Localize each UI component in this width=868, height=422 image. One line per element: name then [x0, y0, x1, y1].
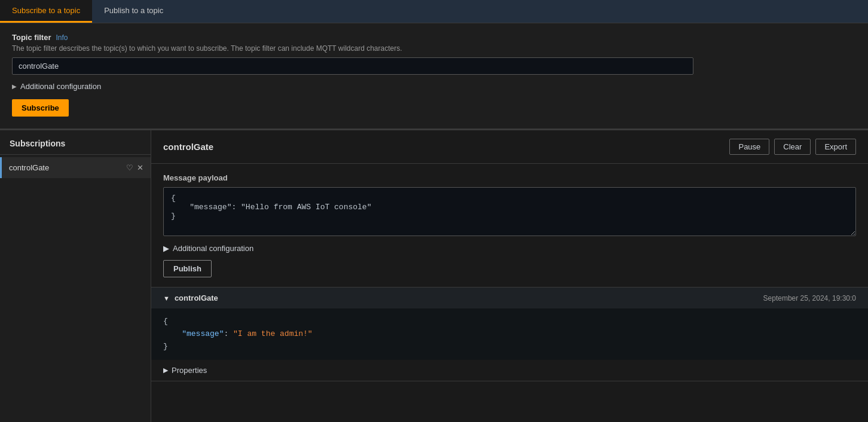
clear-button[interactable]: Clear: [774, 139, 811, 155]
properties-label: Properties: [172, 366, 207, 375]
sidebar: Subscriptions controlGate ♡ ✕: [0, 130, 151, 422]
message-received-header[interactable]: ▼ controlGate September 25, 2024, 19:30:…: [151, 288, 868, 308]
bottom-area: Subscriptions controlGate ♡ ✕ controlGat…: [0, 130, 868, 422]
export-button[interactable]: Export: [815, 139, 856, 155]
chevron-right-icon: ▶: [12, 83, 17, 90]
additional-config-toggle-top[interactable]: ▶ Additional configuration: [12, 82, 856, 91]
additional-config-label-publish: Additional configuration: [173, 244, 253, 253]
json-line-2: "message": "I am the admin!": [163, 328, 856, 341]
pause-button[interactable]: Pause: [729, 139, 769, 155]
message-received-topic: ▼ controlGate: [163, 293, 218, 302]
json-line-3: }: [163, 341, 856, 353]
tab-publish[interactable]: Publish to a topic: [92, 0, 175, 23]
tab-subscribe[interactable]: Subscribe to a topic: [0, 0, 92, 23]
topic-filter-label-row: Topic filter Info: [12, 33, 856, 42]
message-received: ▼ controlGate September 25, 2024, 19:30:…: [151, 288, 868, 381]
message-body: { "message": "I am the admin!" }: [151, 308, 868, 360]
publish-area: Message payload { "message": "Hello from…: [151, 164, 868, 288]
message-payload-textarea[interactable]: { "message": "Hello from AWS IoT console…: [163, 187, 856, 236]
list-item[interactable]: controlGate ♡ ✕: [0, 157, 151, 178]
received-topic-name: controlGate: [175, 293, 218, 302]
header-buttons: Pause Clear Export: [729, 139, 856, 155]
subscriptions-header: Subscriptions: [0, 130, 151, 155]
message-received-time: September 25, 2024, 19:30:0: [763, 294, 856, 302]
json-line-1: {: [163, 316, 856, 328]
tabs-bar: Subscribe to a topic Publish to a topic: [0, 0, 868, 23]
message-payload-label: Message payload: [163, 173, 856, 182]
topic-filter-label: Topic filter: [12, 33, 51, 42]
properties-toggle[interactable]: ▶ Properties: [151, 360, 868, 381]
topic-filter-input[interactable]: [12, 57, 693, 75]
close-icon[interactable]: ✕: [137, 163, 143, 172]
publish-button[interactable]: Publish: [163, 260, 212, 277]
additional-config-label-top: Additional configuration: [20, 82, 101, 91]
main-topic-name: controlGate: [163, 142, 213, 152]
heart-icon[interactable]: ♡: [126, 163, 133, 172]
chevron-down-icon: ▼: [163, 295, 170, 302]
chevron-right-icon-publish: ▶: [163, 244, 169, 253]
info-link[interactable]: Info: [56, 33, 68, 42]
subscription-item-name: controlGate: [9, 163, 49, 172]
main-header: controlGate Pause Clear Export: [151, 130, 868, 164]
subscription-item-icons: ♡ ✕: [126, 163, 143, 172]
subscribe-button[interactable]: Subscribe: [12, 99, 69, 117]
top-panel: Topic filter Info The topic filter descr…: [0, 23, 868, 130]
main-content: controlGate Pause Clear Export Message p…: [151, 130, 868, 422]
topic-filter-description: The topic filter describes the topic(s) …: [12, 44, 856, 53]
additional-config-toggle-publish[interactable]: ▶ Additional configuration: [163, 244, 856, 253]
chevron-right-icon-props: ▶: [163, 366, 168, 374]
